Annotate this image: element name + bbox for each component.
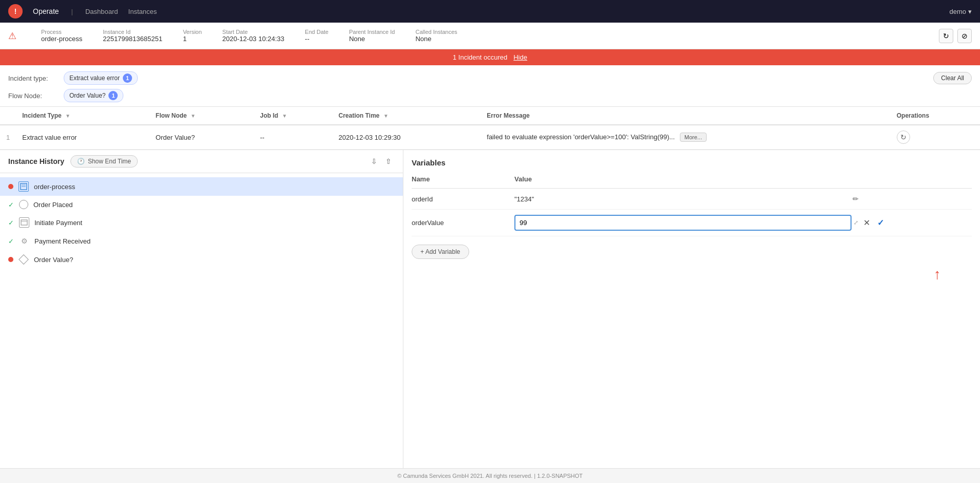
process-icon: [19, 181, 29, 192]
incident-hide-link[interactable]: Hide: [513, 53, 527, 61]
svg-rect-3: [21, 220, 27, 225]
app-logo: !: [8, 4, 23, 18]
clock-icon: 🕐: [77, 158, 85, 165]
history-item[interactable]: ✓ ⚙ Payment Received: [0, 232, 403, 250]
history-item-label: Order Value?: [34, 256, 73, 264]
version-group: Version 1: [183, 29, 202, 43]
parent-instance-label: Parent Instance Id: [349, 29, 395, 35]
refresh-button[interactable]: ↻: [939, 29, 953, 43]
instance-id-value: 2251799813685251: [103, 35, 162, 43]
var-cancel-button[interactable]: ✕: [861, 217, 872, 229]
process-name: order-process: [41, 35, 82, 43]
incidents-table: Incident Type ▼ Flow Node ▼ Job Id ▼ Cre…: [0, 107, 980, 150]
row-creation-time: 2020-12-03 10:29:30: [332, 125, 481, 150]
incident-type-label: Incident type:: [8, 75, 60, 82]
incident-type-tag[interactable]: Extract value error 1: [64, 71, 138, 85]
incident-type-sort-icon: ▼: [65, 113, 70, 119]
nav-instances[interactable]: Instances: [128, 8, 157, 15]
collapse-down-button[interactable]: ⇩: [368, 156, 380, 166]
var-edit-cell: [514, 210, 852, 236]
incident-type-tag-count: 1: [123, 73, 132, 83]
status-ok-icon: ✓: [8, 237, 14, 245]
add-variable-button[interactable]: + Add Variable: [412, 245, 469, 259]
var-edit-button[interactable]: ✏: [852, 194, 860, 204]
job-id-sort-icon: ▼: [282, 113, 287, 119]
row-job-id: --: [254, 125, 332, 150]
end-date-label: End Date: [305, 29, 328, 35]
history-item[interactable]: ✓ Order Placed: [0, 196, 403, 213]
nav-user[interactable]: demo ▾: [949, 8, 972, 15]
clear-all-button[interactable]: Clear All: [933, 72, 972, 84]
process-name-group: Process order-process: [41, 29, 82, 43]
variables-panel: Variables Name Value orderId "1234" ✏: [403, 150, 980, 483]
cancel-button[interactable]: ⊘: [957, 29, 972, 43]
error-dot-icon: [8, 257, 13, 262]
col-incident-type[interactable]: Incident Type ▼: [16, 107, 150, 125]
var-confirm-button[interactable]: ✓: [875, 217, 886, 229]
flow-node-filter-row: Flow Node: Order Value? 1: [8, 89, 972, 102]
end-date-value: --: [305, 35, 328, 43]
col-job-id[interactable]: Job Id ▼: [254, 107, 332, 125]
process-error-icon: ⚠: [8, 30, 16, 42]
history-list: order-process ✓ Order Placed ✓ Initiate …: [0, 173, 403, 483]
gear-icon: ⚙: [19, 236, 29, 246]
history-item-label: Initiate Payment: [34, 219, 82, 227]
nav-separator: |: [71, 8, 73, 15]
error-dot-icon: [8, 184, 13, 189]
called-instances-group: Called Instances None: [415, 29, 457, 43]
var-value-col: Value: [514, 175, 852, 189]
var-actions-col: [852, 175, 972, 189]
history-item[interactable]: order-process: [0, 177, 403, 196]
variables-title: Variables: [412, 158, 972, 167]
app-title: Operate: [33, 7, 59, 15]
row-error-message: failed to evaluate expression 'orderValu…: [480, 125, 891, 150]
history-item-label: order-process: [34, 183, 75, 191]
history-collapse-buttons: ⇩ ⇧: [368, 156, 395, 166]
footer: © Camunda Services GmbH 2021. All rights…: [0, 468, 980, 483]
flow-node-sort-icon: ▼: [191, 113, 196, 119]
flow-node-tag-count: 1: [108, 91, 118, 100]
row-operations: ↻: [891, 125, 980, 150]
var-edit-actions: ⤢ ✕ ✓: [852, 210, 972, 236]
called-instances-label: Called Instances: [415, 29, 457, 35]
var-name: orderId: [412, 189, 514, 210]
history-item-label: Order Placed: [33, 201, 73, 209]
row-incident-type: Extract value error: [16, 125, 150, 150]
status-ok-icon: ✓: [8, 201, 14, 209]
incident-text: 1 Incident occured: [453, 53, 507, 61]
flow-node-tag[interactable]: Order Value? 1: [64, 89, 123, 102]
more-button[interactable]: More...: [680, 133, 707, 142]
history-item[interactable]: ✓ Initiate Payment: [0, 213, 403, 232]
history-title: Instance History: [8, 157, 64, 165]
history-item[interactable]: Order Value?: [0, 250, 403, 269]
process-header: ⚠ Process order-process Instance Id 2251…: [0, 23, 980, 49]
col-operations: Operations: [891, 107, 980, 125]
col-flow-node[interactable]: Flow Node ▼: [150, 107, 254, 125]
red-arrow-icon: ↑: [934, 263, 941, 282]
incident-type-filter-row: Incident type: Extract value error 1 Cle…: [8, 71, 972, 85]
nav-dashboard[interactable]: Dashboard: [85, 8, 118, 15]
process-actions: ↻ ⊘: [939, 29, 972, 43]
history-panel: Instance History 🕐 Show End Time ⇩ ⇧ ord…: [0, 150, 403, 483]
show-end-time-button[interactable]: 🕐 Show End Time: [70, 155, 138, 168]
status-ok-icon: ✓: [8, 219, 14, 227]
start-date-group: Start Date 2020-12-03 10:24:33: [223, 29, 285, 43]
col-error-message: Error Message: [480, 107, 891, 125]
version-label: Version: [183, 29, 202, 35]
var-value-input[interactable]: [514, 215, 852, 231]
bottom-section: Instance History 🕐 Show End Time ⇩ ⇧ ord…: [0, 150, 980, 483]
col-creation-time[interactable]: Creation Time ▼: [332, 107, 481, 125]
incident-banner: 1 Incident occured Hide: [0, 49, 980, 65]
called-instances-value: None: [415, 35, 457, 43]
circle-icon: [19, 200, 28, 209]
end-date-group: End Date --: [305, 29, 328, 43]
expand-icon[interactable]: ⤢: [854, 219, 858, 226]
diamond-icon: [19, 254, 29, 265]
flow-node-tag-text: Order Value?: [69, 92, 105, 99]
retry-button[interactable]: ↻: [897, 131, 910, 144]
var-row-actions: ✏: [852, 189, 972, 210]
top-nav: ! Operate | Dashboard Instances demo ▾: [0, 0, 980, 23]
row-flow-node: Order Value?: [150, 125, 254, 150]
process-label: Process: [41, 29, 82, 35]
collapse-up-button[interactable]: ⇧: [382, 156, 395, 166]
